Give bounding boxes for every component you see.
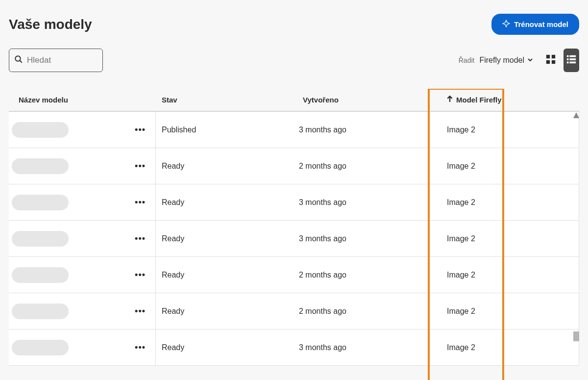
model-name-placeholder <box>12 122 69 138</box>
cell-model: Image 2 <box>431 271 579 279</box>
cell-name: ••• <box>9 221 156 256</box>
more-actions-button[interactable]: ••• <box>135 197 146 207</box>
grid-view-button[interactable] <box>543 49 559 72</box>
cell-name: ••• <box>9 148 156 184</box>
cell-state: Ready <box>156 234 297 243</box>
search-icon <box>14 55 23 66</box>
svg-point-0 <box>15 56 21 61</box>
svg-rect-7 <box>569 55 576 57</box>
col-header-state[interactable]: Stav <box>162 96 303 104</box>
cell-created: 3 months ago <box>297 126 431 134</box>
more-actions-button[interactable]: ••• <box>135 125 146 135</box>
model-name-placeholder <box>12 340 69 355</box>
svg-rect-11 <box>569 62 576 64</box>
svg-rect-6 <box>567 55 569 57</box>
svg-rect-2 <box>546 55 550 58</box>
svg-rect-10 <box>567 62 569 64</box>
col-header-name[interactable]: Název modelu <box>15 96 162 104</box>
table-header: Název modelu Stav Vytvořeno Model Firefl… <box>9 89 579 112</box>
model-name-placeholder <box>12 158 69 174</box>
col-header-created[interactable]: Vytvořeno <box>303 96 437 104</box>
svg-rect-8 <box>567 58 569 60</box>
more-actions-button[interactable]: ••• <box>135 306 146 316</box>
cell-created: 2 months ago <box>297 271 431 279</box>
cell-created: 2 months ago <box>297 307 431 316</box>
more-actions-button[interactable]: ••• <box>135 342 146 353</box>
sort-value-label: Firefly model <box>479 56 524 65</box>
table-row[interactable]: ••• Ready 2 months ago Image 2 <box>9 293 579 329</box>
svg-line-1 <box>20 60 22 63</box>
model-name-placeholder <box>12 231 69 247</box>
svg-rect-9 <box>569 58 576 60</box>
cell-model: Image 2 <box>431 307 579 316</box>
more-actions-button[interactable]: ••• <box>135 161 146 171</box>
cell-created: 3 months ago <box>297 234 431 243</box>
cell-created: 3 months ago <box>297 198 431 207</box>
cell-state: Ready <box>156 198 297 207</box>
sparkle-icon <box>502 20 510 29</box>
svg-rect-3 <box>552 55 555 58</box>
model-name-placeholder <box>12 267 69 283</box>
train-model-button[interactable]: Trénovat model <box>491 14 579 35</box>
cell-state: Published <box>156 126 297 134</box>
cell-name: ••• <box>9 257 156 293</box>
cell-model: Image 2 <box>431 343 579 352</box>
cell-name: ••• <box>9 112 156 148</box>
cell-name: ••• <box>9 329 156 365</box>
search-input[interactable] <box>27 55 98 65</box>
cell-name: ••• <box>9 184 156 220</box>
cell-state: Ready <box>156 307 297 316</box>
cell-created: 3 months ago <box>297 343 431 352</box>
col-header-model[interactable]: Model Firefly <box>437 96 573 104</box>
cell-model: Image 2 <box>431 234 579 243</box>
models-table: Název modelu Stav Vytvořeno Model Firefl… <box>9 89 579 380</box>
table-row[interactable]: ••• Published 3 months ago Image 2 <box>9 112 579 148</box>
list-icon <box>566 54 577 67</box>
grid-icon <box>545 54 556 67</box>
chevron-down-icon <box>527 56 533 65</box>
more-actions-button[interactable]: ••• <box>135 270 146 280</box>
page-title: Vaše modely <box>9 17 92 32</box>
table-row[interactable]: ••• Ready 3 months ago Image 2 <box>9 184 579 221</box>
sort-label: Řadit <box>459 56 475 64</box>
search-box[interactable] <box>9 49 103 72</box>
cell-model: Image 2 <box>431 126 579 134</box>
cell-model: Image 2 <box>431 162 579 171</box>
table-row[interactable]: ••• Ready 3 months ago Image 2 <box>9 329 579 366</box>
table-row[interactable]: ••• Ready 3 months ago Image 2 <box>9 221 579 257</box>
col-header-model-label: Model Firefly <box>456 96 502 104</box>
table-row[interactable]: ••• Ready 2 months ago Image 2 <box>9 257 579 293</box>
list-view-button[interactable] <box>564 49 579 72</box>
model-name-placeholder <box>12 304 69 319</box>
train-model-label: Trénovat model <box>514 20 568 28</box>
table-row[interactable]: ••• Ready 2 months ago Image 2 <box>9 148 579 184</box>
cell-state: Ready <box>156 271 297 279</box>
cell-model: Image 2 <box>431 198 579 207</box>
sort-dropdown[interactable]: Firefly model <box>479 56 533 65</box>
svg-rect-4 <box>546 60 550 64</box>
cell-state: Ready <box>156 162 297 171</box>
cell-state: Ready <box>156 343 297 352</box>
svg-rect-5 <box>552 60 555 64</box>
cell-name: ••• <box>9 293 156 329</box>
cell-created: 2 months ago <box>297 162 431 171</box>
model-name-placeholder <box>12 195 69 210</box>
more-actions-button[interactable]: ••• <box>135 233 146 244</box>
sort-asc-icon <box>446 96 453 104</box>
scrollbar-thumb[interactable] <box>573 331 579 341</box>
